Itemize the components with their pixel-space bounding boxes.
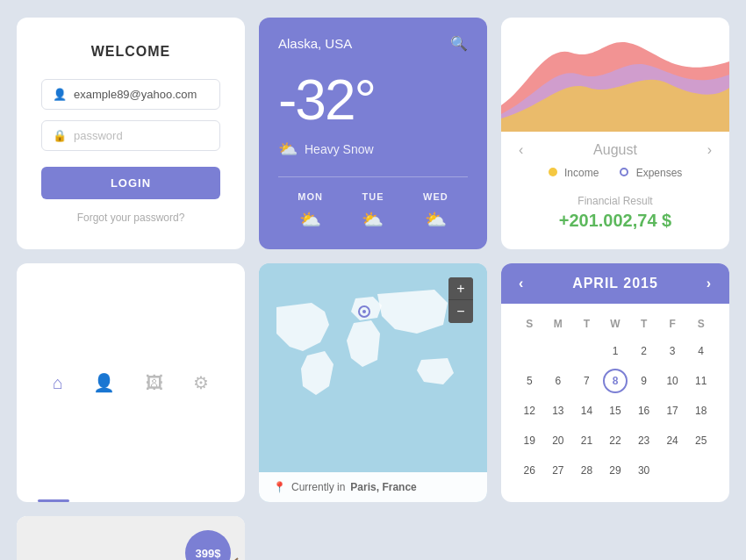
weather-card: Alaska, USA 🔍 -32° ⛅ Heavy Snow MON ⛅ TU… — [259, 18, 487, 249]
day-header-m: M — [544, 314, 573, 334]
cal-day-9[interactable]: 9 — [632, 369, 656, 393]
forecast-tue-label: TUE — [362, 191, 384, 202]
cal-day-29[interactable]: 29 — [603, 458, 628, 483]
login-card: WELCOME 👤 🔒 LOGIN Forgot your password? — [17, 18, 245, 249]
email-field[interactable] — [74, 88, 209, 101]
forecast-wed-icon: ⛅ — [423, 209, 448, 230]
cloud-icon: ⛅ — [278, 140, 298, 159]
day-header-t2: T — [629, 314, 658, 334]
cal-day-3[interactable]: 3 — [660, 339, 685, 363]
profile-nav-icon[interactable]: 👤 — [90, 369, 118, 397]
cal-day-11[interactable]: 11 — [689, 369, 714, 393]
cal-day-21[interactable]: 21 — [574, 428, 599, 453]
cal-day-4[interactable]: 4 — [689, 339, 714, 363]
day-header-t1: T — [572, 314, 601, 334]
cal-day-30[interactable]: 30 — [632, 458, 656, 483]
day-header-s2: S — [686, 314, 715, 334]
forgot-password-link[interactable]: Forgot your password? — [41, 212, 220, 224]
cal-day-15[interactable]: 15 — [603, 398, 628, 423]
finance-month: August — [593, 142, 637, 158]
cal-empty — [574, 339, 599, 363]
zoom-in-button[interactable]: + — [448, 277, 473, 300]
map-city: Paris, France — [350, 481, 416, 493]
forecast-mon-icon: ⛅ — [298, 209, 323, 230]
cal-day-19[interactable]: 19 — [517, 428, 542, 453]
finance-prev-button[interactable]: ‹ — [519, 142, 523, 158]
forecast-mon: MON ⛅ — [298, 191, 323, 230]
cal-day-5[interactable]: 5 — [517, 369, 542, 393]
forecast-wed-label: WED — [423, 191, 448, 202]
cal-empty — [546, 339, 570, 363]
cal-day-13[interactable]: 13 — [546, 398, 570, 423]
settings-nav-icon[interactable]: ⚙ — [190, 369, 212, 397]
calendar-week-4: 19 20 21 22 23 24 25 — [515, 428, 715, 453]
finance-result-label: Financial Result — [515, 195, 715, 207]
svg-point-2 — [362, 310, 366, 313]
cal-day-10[interactable]: 10 — [660, 369, 685, 393]
furniture-card: 399$ Amazing Furniture Lorem ipsum dolor… — [17, 516, 245, 560]
expenses-label: Expenses — [636, 167, 683, 179]
day-header-f: F — [658, 314, 687, 334]
cal-day-23[interactable]: 23 — [632, 428, 656, 453]
cal-day-20[interactable]: 20 — [546, 428, 570, 453]
finance-amount: +201.002,74 $ — [515, 211, 715, 231]
calendar-next-button[interactable]: › — [707, 276, 712, 291]
cal-day-6[interactable]: 6 — [546, 369, 570, 393]
nav-card: ⌂ 👤 🖼 ⚙ — [17, 263, 245, 502]
calendar-week-3: 12 13 14 15 16 17 18 — [515, 398, 715, 423]
furniture-image: 399$ — [17, 516, 245, 560]
calendar-header: ‹ APRIL 2015 › — [501, 263, 729, 304]
day-header-s1: S — [515, 314, 544, 334]
cal-day-17[interactable]: 17 — [660, 398, 685, 423]
map-card: + − 📍 Currently in Paris, France — [259, 263, 487, 502]
cal-day-18[interactable]: 18 — [689, 398, 714, 423]
user-icon: 👤 — [53, 88, 67, 101]
forecast-wed: WED ⛅ — [423, 191, 448, 230]
cal-day-25[interactable]: 25 — [689, 428, 714, 453]
cal-day-8[interactable]: 8 — [603, 369, 628, 393]
finance-card: ‹ August › Income Expenses Financial Res… — [501, 18, 729, 249]
calendar-day-headers: S M T W T F S — [515, 314, 715, 334]
search-icon[interactable]: 🔍 — [450, 35, 468, 52]
finance-next-button[interactable]: › — [707, 142, 712, 158]
forecast-tue: TUE ⛅ — [362, 191, 384, 230]
finance-svg — [501, 18, 729, 132]
finance-result: Financial Result +201.002,74 $ — [501, 188, 729, 248]
expenses-legend: Expenses — [620, 167, 682, 179]
calendar-week-1: 1 2 3 4 — [515, 339, 715, 363]
cal-day-26[interactable]: 26 — [517, 458, 542, 483]
password-input-group: 🔒 — [41, 120, 220, 151]
calendar-card: ‹ APRIL 2015 › S M T W T F S 1 2 3 4 — [501, 263, 729, 502]
cal-day-27[interactable]: 27 — [546, 458, 570, 483]
cal-day-2[interactable]: 2 — [632, 339, 656, 363]
cal-day-24[interactable]: 24 — [660, 428, 685, 453]
cal-day-22[interactable]: 22 — [603, 428, 628, 453]
cal-day-7[interactable]: 7 — [574, 369, 599, 393]
cal-day-12[interactable]: 12 — [517, 398, 542, 423]
weather-forecast: MON ⛅ TUE ⛅ WED ⛅ — [278, 176, 468, 230]
cal-empty — [517, 339, 542, 363]
finance-chart — [501, 18, 729, 132]
weather-temperature: -32° — [278, 68, 468, 133]
cal-empty — [660, 458, 685, 483]
finance-nav: ‹ August › — [501, 132, 729, 158]
password-field[interactable] — [74, 129, 209, 142]
calendar-week-2: 5 6 7 8 9 10 11 — [515, 369, 715, 393]
cal-day-16[interactable]: 16 — [632, 398, 656, 423]
zoom-out-button[interactable]: − — [448, 300, 473, 323]
login-title: WELCOME — [41, 44, 220, 60]
cal-day-1[interactable]: 1 — [603, 339, 628, 363]
map-pin-icon: 📍 — [273, 481, 286, 493]
home-nav-icon[interactable]: ⌂ — [49, 370, 67, 397]
calendar-body: S M T W T F S 1 2 3 4 5 6 7 8 — [501, 304, 729, 502]
income-dot — [549, 168, 557, 176]
calendar-month-title: APRIL 2015 — [572, 276, 658, 291]
finance-legend: Income Expenses — [501, 158, 729, 188]
cal-day-14[interactable]: 14 — [574, 398, 599, 423]
image-nav-icon[interactable]: 🖼 — [142, 370, 167, 397]
cal-day-28[interactable]: 28 — [574, 458, 599, 483]
weather-location: Alaska, USA — [278, 36, 352, 51]
login-button[interactable]: LOGIN — [41, 167, 220, 199]
map-zoom-controls: + − — [448, 277, 473, 323]
calendar-prev-button[interactable]: ‹ — [519, 276, 524, 291]
